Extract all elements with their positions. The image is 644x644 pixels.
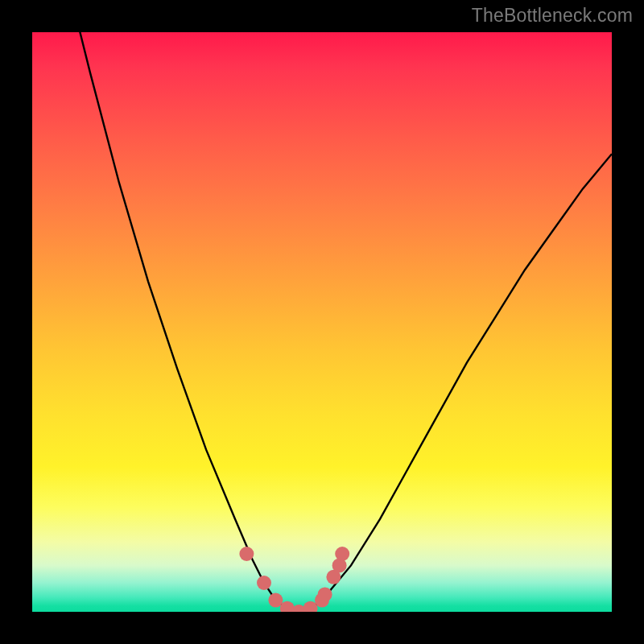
bottleneck-curve	[32, 32, 612, 612]
highlight-dot	[257, 576, 271, 590]
highlight-dots	[239, 547, 349, 612]
chart-svg	[32, 32, 612, 612]
chart-frame: TheBottleneck.com	[0, 0, 644, 644]
plot-outer	[32, 32, 612, 612]
plot-area	[32, 32, 612, 612]
highlight-dot	[318, 587, 332, 601]
highlight-dot	[335, 547, 349, 561]
curve-path	[32, 32, 612, 612]
highlight-dot	[239, 547, 254, 561]
watermark-text: TheBottleneck.com	[472, 5, 633, 27]
